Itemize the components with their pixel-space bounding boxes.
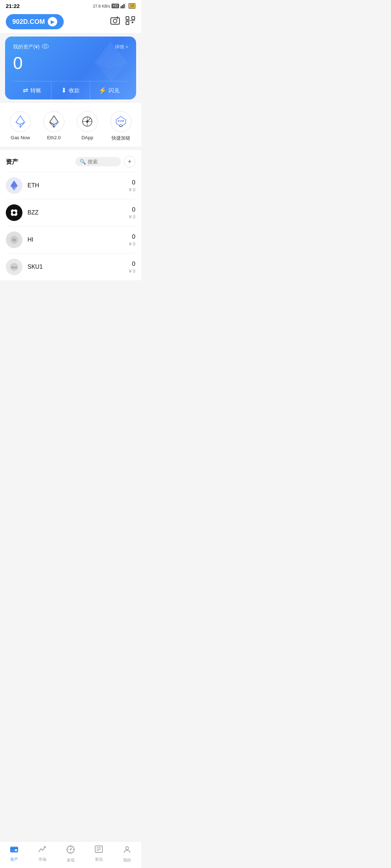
header: 902D.COM ▶ xyxy=(0,10,141,33)
transfer-button[interactable]: ⇌ 转账 xyxy=(13,81,51,99)
bzz-amount: 0 ¥ 0 xyxy=(129,206,135,220)
hi-amount-cny: ¥ 0 xyxy=(129,241,135,247)
eth-amount-top: 0 xyxy=(129,179,135,186)
svg-point-41 xyxy=(13,211,16,214)
evm-icon-circle: EVM xyxy=(110,111,131,132)
hi-symbol: HI xyxy=(28,237,129,243)
eth-amount-cny: ¥ 0 xyxy=(129,187,135,192)
svg-point-14 xyxy=(44,45,46,47)
svg-marker-36 xyxy=(10,180,14,188)
svg-text:hi: hi xyxy=(13,238,16,242)
status-bar: 21:22 27.8 KB/s HD 18 xyxy=(0,0,141,10)
eth-watermark xyxy=(93,40,129,80)
assets-header-right: 🔍 + xyxy=(75,156,135,167)
search-icon: 🔍 xyxy=(80,159,86,165)
arrow-icon: ▶ xyxy=(48,17,57,26)
receive-button[interactable]: ⬇ 收款 xyxy=(51,81,90,99)
quick-menu: Gas Now Eth2.0 DApp EV xyxy=(0,103,141,146)
asset-card: 我的资产(¥) 详情 > 0 ⇌ 转账 ⬇ 收款 xyxy=(5,37,136,99)
eth2-label: Eth2.0 xyxy=(47,135,61,140)
svg-rect-4 xyxy=(111,18,119,24)
asset-item-bzz[interactable]: BZZ 0 ¥ 0 xyxy=(6,199,135,226)
hi-coin-icon: hi xyxy=(6,231,22,248)
status-time: 21:22 xyxy=(6,3,20,9)
hd-badge: HD xyxy=(112,4,119,8)
flash-icon: ⚡ xyxy=(98,86,106,94)
svg-point-13 xyxy=(42,44,49,48)
battery-icon: 18 xyxy=(129,3,135,9)
signal-icon xyxy=(121,3,127,9)
dapp-label: DApp xyxy=(81,135,93,140)
dapp-icon-circle xyxy=(77,111,98,132)
assets-header: 资产 🔍 + xyxy=(6,150,135,172)
gas-now-icon-circle xyxy=(10,111,31,132)
eth-amount: 0 ¥ 0 xyxy=(129,179,135,192)
eth-symbol: ETH xyxy=(28,182,129,189)
eth2-icon-circle xyxy=(43,111,64,132)
bzz-amount-top: 0 xyxy=(129,206,135,213)
gas-now-label: Gas Now xyxy=(11,135,30,140)
flash-label: 闪兑 xyxy=(109,87,119,94)
eye-icon[interactable] xyxy=(42,44,49,50)
quick-item-gas-now[interactable]: Gas Now xyxy=(10,111,31,141)
add-asset-button[interactable]: + xyxy=(124,156,135,167)
logo-text: 902D.COM xyxy=(12,18,45,26)
assets-section: 资产 🔍 + ETH 0 ¥ 0 xyxy=(0,150,141,280)
svg-marker-20 xyxy=(20,122,25,127)
svg-rect-9 xyxy=(132,17,135,20)
hi-amount-top: 0 xyxy=(129,233,135,241)
transfer-label: 转账 xyxy=(30,87,41,94)
svg-rect-8 xyxy=(126,17,129,20)
network-speed: 27.8 KB/s xyxy=(93,4,110,8)
svg-rect-3 xyxy=(125,3,126,8)
sku1-coin-icon: SKU xyxy=(6,259,22,275)
asset-label-text: 我的资产(¥) xyxy=(13,44,39,50)
hi-amount: 0 ¥ 0 xyxy=(129,233,135,247)
svg-line-29 xyxy=(87,119,90,122)
svg-text:EVM: EVM xyxy=(118,119,124,123)
receive-icon: ⬇ xyxy=(61,86,67,94)
svg-rect-0 xyxy=(121,6,122,8)
camera-add-icon[interactable] xyxy=(110,16,120,27)
transfer-icon: ⇌ xyxy=(23,86,28,94)
svg-point-5 xyxy=(113,19,117,23)
logo-button[interactable]: 902D.COM ▶ xyxy=(6,14,64,29)
search-bar[interactable]: 🔍 xyxy=(75,157,121,166)
svg-text:SKU: SKU xyxy=(11,266,17,269)
sku1-amount-top: 0 xyxy=(129,260,135,268)
asset-actions: ⇌ 转账 ⬇ 收款 ⚡ 闪兑 xyxy=(13,81,128,99)
sku1-amount-cny: ¥ 0 xyxy=(129,268,135,274)
bzz-coin-icon xyxy=(6,204,22,221)
sku1-symbol: SKU1 xyxy=(28,264,129,270)
eth-coin-icon xyxy=(6,177,22,194)
scan-icon[interactable] xyxy=(125,16,135,27)
bzz-symbol: BZZ xyxy=(28,209,129,216)
assets-title: 资产 xyxy=(6,158,18,166)
header-icon-group xyxy=(110,16,135,27)
svg-rect-1 xyxy=(122,5,123,8)
status-icons: 27.8 KB/s HD 18 xyxy=(93,3,135,9)
asset-item-eth[interactable]: ETH 0 ¥ 0 xyxy=(6,172,135,199)
svg-marker-21 xyxy=(16,122,20,127)
asset-label: 我的资产(¥) xyxy=(13,44,49,50)
bzz-amount-cny: ¥ 0 xyxy=(129,214,135,220)
svg-rect-11 xyxy=(132,22,133,23)
evm-label: 快捷加链 xyxy=(112,135,130,141)
quick-item-dapp[interactable]: DApp xyxy=(77,111,98,141)
svg-rect-10 xyxy=(126,22,129,25)
quick-item-eth2[interactable]: Eth2.0 xyxy=(43,111,64,141)
asset-item-hi[interactable]: hi HI 0 ¥ 0 xyxy=(6,226,135,253)
search-input[interactable] xyxy=(88,159,117,165)
quick-item-evm[interactable]: EVM 快捷加链 xyxy=(110,111,131,141)
flash-exchange-button[interactable]: ⚡ 闪兑 xyxy=(90,81,128,99)
svg-rect-2 xyxy=(123,4,125,8)
sku1-amount: 0 ¥ 0 xyxy=(129,260,135,274)
asset-item-sku1[interactable]: SKU SKU1 0 ¥ 0 xyxy=(6,253,135,280)
receive-label: 收款 xyxy=(69,87,80,94)
